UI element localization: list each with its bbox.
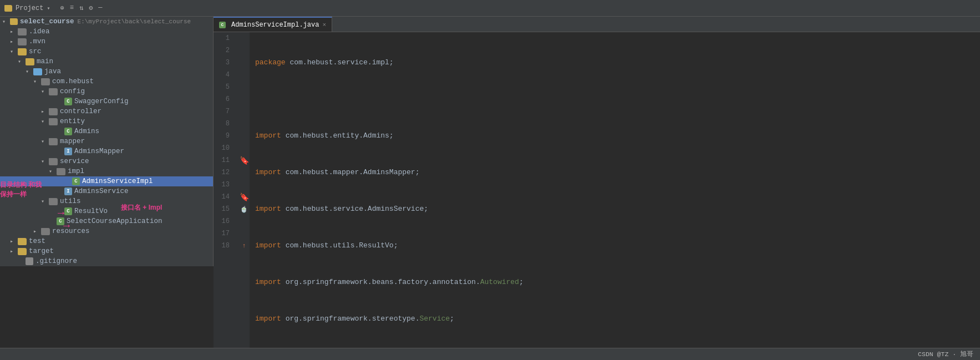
sidebar-item-utils[interactable]: utils: [0, 196, 213, 206]
gutter-13: [238, 179, 250, 191]
main-label: main: [37, 58, 53, 65]
code-line-8: import org.springframework.stereotype.Se…: [255, 313, 980, 325]
sidebar-item-admins-service[interactable]: I AdminsService: [0, 186, 213, 196]
status-text: CSDN @TZ · 旭哥: [918, 350, 973, 358]
result-vo-label: ResultVo: [74, 207, 108, 215]
src-arrow: [10, 48, 18, 55]
impl-arrow: [49, 168, 57, 175]
main-arrow: [18, 58, 26, 65]
tab-close-button[interactable]: ×: [322, 22, 326, 28]
gutter-4: [238, 69, 250, 81]
mvn-arrow: [10, 38, 18, 45]
sidebar-item-root[interactable]: select_course E:\myProject\back\select_c…: [0, 17, 213, 27]
gutter-2: [238, 44, 250, 57]
test-folder-icon: [18, 238, 27, 245]
code-line-4: import com.hebust.mapper.AdminsMapper;: [255, 166, 980, 179]
sidebar-item-mvn[interactable]: .mvn: [0, 37, 213, 47]
gutter-10: [238, 142, 250, 154]
sidebar-item-java[interactable]: java: [0, 67, 213, 77]
sidebar-item-admins-mapper[interactable]: I AdminsMapper: [0, 146, 213, 156]
sidebar-item-controller[interactable]: controller: [0, 107, 213, 116]
gutter-9: [238, 130, 250, 142]
sidebar-item-target[interactable]: target: [0, 246, 213, 256]
sort-icon[interactable]: ⇅: [79, 4, 83, 12]
src-folder-icon: [18, 48, 27, 55]
code-content[interactable]: package com.hebust.service.impl; import …: [250, 32, 980, 348]
java-label: java: [44, 68, 61, 75]
com-hebust-folder-icon: [41, 78, 50, 85]
admins-mapper-interface-icon: I: [64, 148, 72, 155]
sidebar-item-config[interactable]: config: [0, 87, 213, 97]
status-bar: CSDN @TZ · 旭哥: [0, 348, 980, 360]
service-arrow: [41, 158, 49, 165]
gutter-7: [238, 105, 250, 118]
service-folder-icon: [49, 158, 58, 165]
swagger-class-icon: C: [64, 98, 72, 105]
project-label[interactable]: Project: [16, 4, 43, 12]
sidebar-item-impl[interactable]: impl: [0, 166, 213, 176]
com-hebust-arrow: [33, 78, 41, 85]
gutter-17[interactable]: ↑: [238, 240, 250, 252]
utils-folder-icon: [49, 198, 58, 205]
resources-folder-icon: [41, 228, 50, 235]
idea-arrow: [10, 28, 18, 35]
list-icon[interactable]: ≡: [70, 4, 74, 12]
target-arrow: [10, 248, 18, 255]
gutter-14[interactable]: 🔖: [238, 191, 250, 203]
sidebar-item-resources[interactable]: resources: [0, 226, 213, 236]
sidebar-item-result-vo[interactable]: C ResultVo: [0, 206, 213, 216]
admins-service-label: AdminsService: [74, 187, 129, 195]
editor-area: C AdminsServiceImpl.java × 1 2 3 4 5 6 7…: [214, 17, 980, 348]
target-icon[interactable]: ⊕: [60, 4, 64, 12]
gutter-6: [238, 93, 250, 105]
sidebar-item-src[interactable]: src: [0, 47, 213, 57]
admins-service-impl-icon: C: [72, 178, 80, 185]
target-label: target: [29, 247, 54, 255]
admins-service-interface-icon: I: [64, 187, 72, 195]
sidebar-item-com-hebust[interactable]: com.hebust: [0, 77, 213, 87]
code-container: 1 2 3 4 5 6 7 8 9 10 11 12 13 14 15 16 1…: [214, 32, 980, 348]
sidebar-item-mapper[interactable]: mapper: [0, 136, 213, 146]
sidebar-item-select-course-app[interactable]: C SelectCourseApplication: [0, 216, 213, 226]
gutter-11[interactable]: 🔖: [238, 154, 250, 166]
gutter-15: [238, 215, 250, 227]
sidebar-item-entity[interactable]: entity: [0, 116, 213, 126]
settings-icon[interactable]: ⚙: [89, 4, 93, 12]
root-label: select_course: [20, 18, 74, 26]
target-folder-icon: [18, 248, 27, 255]
gutter-14b[interactable]: 🍵: [238, 203, 250, 215]
tab-label: AdminsServiceImpl.java: [231, 21, 319, 29]
result-vo-class-icon: C: [64, 207, 72, 215]
sidebar-item-admins-service-impl[interactable]: C AdminsServiceImpl: [0, 176, 213, 186]
code-line-7: import org.springframework.beans.factory…: [255, 276, 980, 288]
sidebar-item-idea[interactable]: .idea: [0, 27, 213, 37]
entity-arrow: [41, 118, 49, 125]
project-dropdown-arrow[interactable]: ▾: [47, 5, 50, 12]
sidebar-item-swagger-config[interactable]: C SwaggerConfig: [0, 97, 213, 107]
com-hebust-label: com.hebust: [52, 78, 94, 85]
code-line-2: [255, 93, 980, 105]
admins-label: Admins: [74, 128, 99, 135]
sidebar-item-gitignore[interactable]: .gitignore: [0, 256, 213, 266]
code-line-1: package com.hebust.service.impl;: [255, 57, 980, 69]
code-line-3: import com.hebust.entity.Admins;: [255, 130, 980, 142]
main-layout: select_course E:\myProject\back\select_c…: [0, 17, 980, 348]
sidebar-item-service[interactable]: service: [0, 156, 213, 166]
mvn-folder-icon: [18, 38, 27, 45]
test-label: test: [29, 237, 45, 245]
idea-label: .idea: [29, 28, 50, 36]
admins-mapper-label: AdminsMapper: [74, 148, 124, 155]
sidebar-item-admins[interactable]: C Admins: [0, 126, 213, 136]
sidebar-wrapper: select_course E:\myProject\back\select_c…: [0, 17, 214, 348]
mapper-label: mapper: [60, 138, 85, 145]
code-line-6: import com.hebust.utils.ResultVo;: [255, 240, 980, 252]
resources-label: resources: [52, 227, 90, 235]
tab-admins-service-impl[interactable]: C AdminsServiceImpl.java ×: [214, 17, 332, 32]
mapper-arrow: [41, 138, 49, 145]
admins-class-icon: C: [64, 128, 72, 135]
impl-folder-icon: [57, 168, 65, 175]
sidebar-item-main[interactable]: main: [0, 57, 213, 67]
sidebar-item-test[interactable]: test: [0, 236, 213, 246]
line-numbers: 1 2 3 4 5 6 7 8 9 10 11 12 13 14 15 16 1…: [214, 32, 238, 348]
minimize-icon[interactable]: —: [98, 4, 102, 12]
